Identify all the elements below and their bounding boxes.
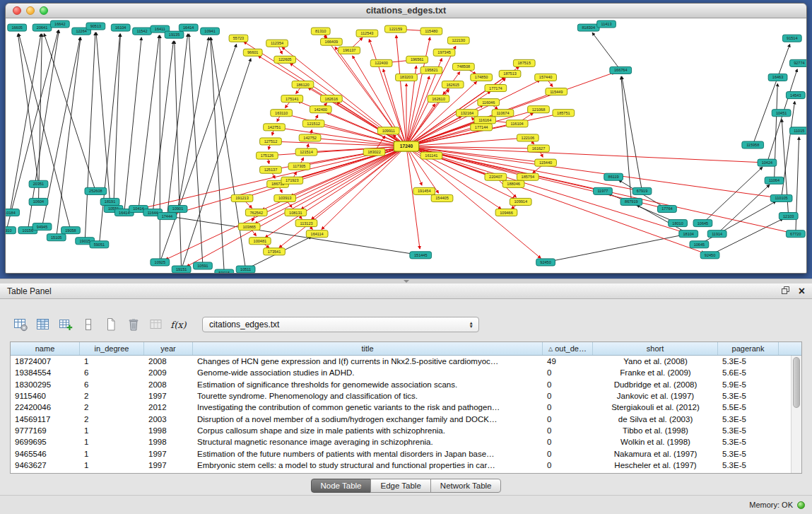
tab-edge-table[interactable]: Edge Table: [370, 479, 430, 493]
svg-text:109466: 109466: [500, 211, 513, 215]
table-row[interactable]: 946362711997Embryonic stem cells: a mode…: [11, 460, 801, 471]
table-cell: de Silva et al. (2003): [593, 415, 718, 424]
float-panel-icon[interactable]: [781, 285, 790, 298]
svg-text:116164: 116164: [478, 118, 491, 122]
network-window-titlebar[interactable]: citations_edges.txt: [6, 4, 806, 18]
show-columns-icon[interactable]: [34, 316, 52, 334]
table-cell: Nakamura et al. (1997): [593, 450, 718, 458]
zoom-window-button[interactable]: [40, 6, 48, 15]
svg-text:19135: 19135: [169, 33, 180, 37]
new-document-icon[interactable]: [102, 316, 119, 334]
node-table: namein_degreeyeartitle△out_de…shortpager…: [10, 341, 802, 474]
svg-text:16463: 16463: [772, 75, 783, 79]
column-header-out_de[interactable]: △out_de…: [543, 342, 593, 355]
svg-text:108131: 108131: [289, 211, 302, 215]
svg-text:157440: 157440: [539, 75, 553, 79]
svg-text:11064: 11064: [769, 178, 779, 182]
table-cell: 2009: [144, 368, 193, 377]
svg-text:151445: 151445: [414, 253, 428, 257]
svg-text:162615: 162615: [446, 83, 459, 87]
add-column-icon[interactable]: [57, 316, 74, 334]
table-row[interactable]: 946554611997Estimation of the future num…: [11, 448, 801, 459]
svg-text:10451: 10451: [776, 111, 787, 115]
column-header-title[interactable]: title: [193, 342, 543, 355]
memory-status-icon[interactable]: [797, 501, 805, 509]
svg-text:187515: 187515: [518, 61, 531, 65]
svg-text:762542: 762542: [249, 211, 263, 215]
table-cell: 5.3E-5: [718, 450, 779, 458]
delete-icon[interactable]: [124, 316, 142, 334]
table-cell: 0: [543, 426, 593, 435]
table-row[interactable]: 1938455462009Genome-wide association stu…: [11, 367, 801, 378]
rows-icon[interactable]: [79, 316, 97, 334]
table-cell: Tibbo et al. (1998): [593, 426, 718, 435]
column-header-in_degree[interactable]: in_degree: [80, 342, 144, 355]
svg-text:10941: 10941: [204, 29, 215, 33]
svg-text:67720: 67720: [790, 232, 801, 236]
table-row[interactable]: 911546021997Tourette syndrome. Phenomeno…: [11, 390, 801, 402]
table-row[interactable]: 1872400712008Changes of HCN gene express…: [11, 356, 801, 367]
svg-text:11542: 11542: [137, 29, 148, 33]
column-header-short[interactable]: short: [593, 342, 718, 355]
import-table-icon[interactable]: [147, 316, 165, 334]
table-options-icon[interactable]: [11, 316, 29, 334]
table-row[interactable]: 1830029562008Estimation of significance …: [11, 379, 801, 390]
table-cell: 1: [80, 450, 144, 458]
svg-text:121514: 121514: [300, 150, 313, 154]
svg-text:10414: 10414: [133, 207, 143, 211]
table-cell: 2008: [144, 357, 193, 366]
table-panel-title: Table Panel: [7, 286, 52, 296]
svg-text:112543: 112543: [360, 31, 373, 35]
table-row[interactable]: 977716911998Corpus callosum shape and si…: [11, 425, 801, 436]
table-cell: Structural magnetic resonance image aver…: [193, 438, 543, 446]
svg-text:14543: 14543: [790, 93, 801, 98]
close-window-button[interactable]: [13, 6, 21, 15]
table-cell: 22420046: [11, 403, 80, 411]
close-panel-icon[interactable]: ×: [799, 287, 805, 296]
table-row[interactable]: 1456911722003Disruption of a novel membe…: [11, 413, 801, 424]
network-desktop: citations_edges.txt 17240557231123549660…: [0, 0, 812, 279]
svg-text:59051: 59051: [94, 243, 105, 247]
column-header-year[interactable]: year: [144, 342, 193, 355]
table-cell: Tourette syndrome. Phenomenology and cla…: [193, 392, 543, 400]
table-cell: 1997: [144, 461, 193, 469]
table-row[interactable]: 2242004622012Investigating the contribut…: [11, 402, 801, 413]
table-cell: Investigating the contribution of common…: [193, 403, 543, 411]
svg-text:142400: 142400: [314, 107, 327, 112]
network-canvas[interactable]: 1724055723112354966011226058131016640919…: [6, 18, 806, 273]
table-cell: 1: [80, 438, 144, 446]
network-table-select[interactable]: citations_edges.txt ▲▼: [202, 317, 479, 332]
svg-text:110105: 110105: [775, 196, 788, 200]
table-scrollbar-thumb[interactable]: [793, 357, 800, 408]
tab-node-table[interactable]: Node Table: [311, 479, 372, 493]
memory-status-label: Memory: OK: [749, 501, 793, 509]
svg-text:11910: 11910: [6, 228, 12, 233]
svg-text:187513: 187513: [503, 71, 517, 76]
function-builder-icon[interactable]: f(x): [170, 316, 187, 334]
column-header-pagerank[interactable]: pagerank: [718, 342, 779, 355]
svg-text:12103: 12103: [783, 214, 794, 218]
table-cell: 49: [543, 357, 593, 366]
table-cell: 9115460: [11, 392, 80, 400]
column-header-name[interactable]: name: [11, 342, 80, 355]
table-scrollbar[interactable]: [791, 356, 801, 473]
table-cell: 2008: [144, 380, 193, 389]
table-cell: Estimation of the future numbers of pati…: [193, 450, 543, 458]
svg-text:115449: 115449: [550, 90, 563, 94]
svg-text:96601: 96601: [247, 50, 258, 54]
svg-text:10604: 10604: [33, 199, 44, 204]
panel-splitter[interactable]: [0, 279, 812, 284]
svg-text:867919: 867919: [625, 199, 638, 204]
tab-network-table[interactable]: Network Table: [430, 479, 502, 493]
minimize-window-button[interactable]: [26, 6, 35, 15]
table-panel-header: Table Panel ×: [0, 284, 812, 299]
svg-text:818304: 818304: [582, 25, 595, 30]
table-row[interactable]: 969969511998Structural magnetic resonanc…: [11, 436, 801, 448]
table-cell: 1998: [144, 426, 193, 435]
svg-text:16642: 16642: [54, 22, 65, 26]
table-cell: 2: [80, 403, 144, 411]
svg-text:177174: 177174: [489, 86, 502, 90]
svg-text:196561: 196561: [411, 57, 424, 62]
table-cell: 0: [543, 438, 593, 446]
table-cell: 5.3E-5: [718, 426, 779, 435]
